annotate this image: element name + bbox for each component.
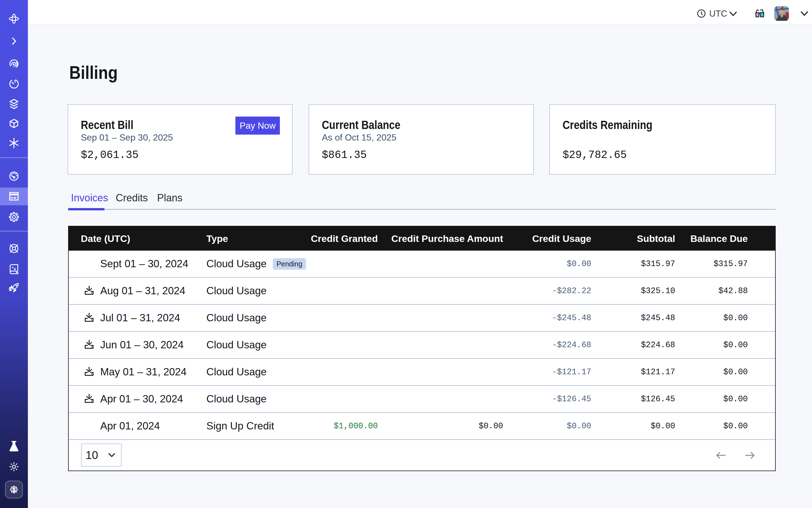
svg-text:$: $ [12, 486, 16, 493]
